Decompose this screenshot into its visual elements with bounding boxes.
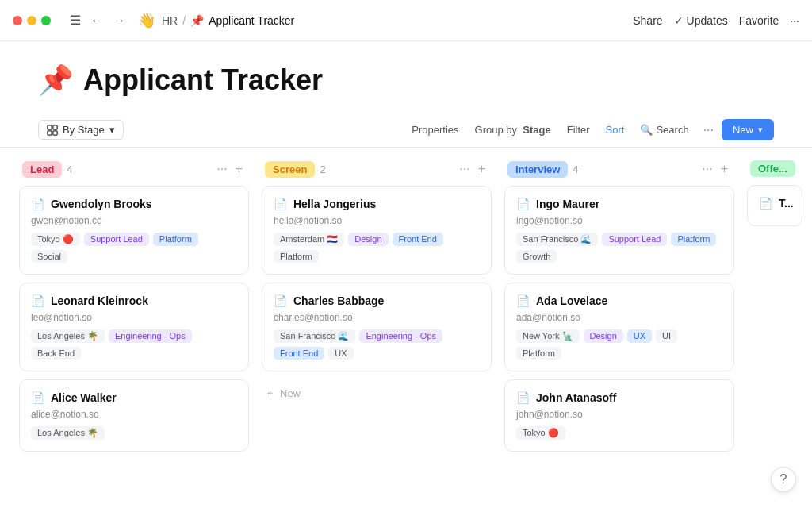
new-chevron-icon: ▾ [758, 125, 763, 135]
traffic-light-green[interactable] [41, 16, 51, 25]
breadcrumb-tracker[interactable]: Applicant Tracker [209, 14, 294, 27]
new-button[interactable]: New ▾ [722, 119, 774, 140]
card-offer-partial[interactable]: 📄 T... [747, 185, 802, 226]
doc-icon: 📄 [516, 391, 530, 404]
column-lead: Lead 4 ··· + 📄 Gwendolyn Brooks gwen@not… [19, 160, 249, 508]
tag: UX [627, 329, 652, 343]
sort-button[interactable]: Sort [599, 121, 631, 139]
card-name: Ingo Maurer [536, 198, 599, 210]
card-email: ingo@notion.so [516, 215, 722, 226]
column-interview: Interview 4 ··· + 📄 Ingo Maurer ingo@not… [504, 160, 734, 508]
card-john[interactable]: 📄 John Atanasoff john@notion.so Tokyo 🔴 [504, 379, 734, 452]
card-tags: San Francisco 🌊 Support Lead Platform Gr… [516, 233, 722, 263]
card-email: alice@notion.so [31, 409, 237, 420]
tag: Design [584, 329, 623, 343]
tag: Tokyo 🔴 [31, 233, 80, 246]
card-name: Alice Walker [51, 391, 117, 404]
doc-icon: 📄 [31, 391, 44, 404]
card-email: charles@notion.so [274, 312, 480, 323]
column-header-offer: Offe... [747, 160, 802, 177]
group-by-button[interactable]: Group by Stage [469, 121, 557, 139]
card-name: Hella Jongerius [293, 198, 376, 210]
chevron-down-icon: ▾ [109, 124, 115, 136]
nav-forward-button[interactable]: → [109, 11, 128, 29]
tag: UI [656, 329, 677, 343]
properties-button[interactable]: Properties [405, 121, 465, 139]
tag: Engineering - Ops [109, 329, 192, 343]
card-title-row: 📄 Hella Jongerius [274, 198, 480, 210]
tag: Platform [516, 347, 561, 360]
page-title-row: 📌 Applicant Tracker [38, 64, 774, 97]
page-title: Applicant Tracker [83, 64, 323, 97]
new-card-button-screen[interactable]: ＋ New [262, 379, 304, 406]
plus-icon: ＋ [265, 386, 275, 400]
filter-button[interactable]: Filter [561, 121, 596, 139]
card-tags: Tokyo 🔴 Support Lead Platform Social [31, 233, 237, 263]
breadcrumb-separator: / [182, 14, 186, 27]
card-title-row: 📄 Leonard Kleinrock [31, 294, 237, 307]
updates-button[interactable]: ✓ Updates [674, 14, 728, 27]
more-toolbar-button[interactable]: ··· [699, 120, 718, 140]
card-charles[interactable]: 📄 Charles Babbage charles@notion.so San … [262, 283, 492, 371]
card-ada[interactable]: 📄 Ada Lovelace ada@notion.so New York 🗽 … [504, 283, 734, 371]
nav-back-button[interactable]: ← [87, 11, 106, 29]
card-title-row: 📄 Ingo Maurer [516, 198, 722, 210]
help-button[interactable]: ? [771, 467, 796, 492]
search-icon: 🔍 [640, 124, 653, 136]
card-hella[interactable]: 📄 Hella Jongerius hella@notion.so Amster… [262, 186, 492, 275]
svg-rect-3 [53, 130, 57, 134]
column-header-lead: Lead 4 ··· + [19, 160, 249, 178]
tag: Back End [31, 347, 81, 360]
breadcrumb-hr[interactable]: HR [162, 14, 178, 27]
view-selector[interactable]: By Stage ▾ [38, 120, 124, 140]
kanban-board: Lead 4 ··· + 📄 Gwendolyn Brooks gwen@not… [0, 148, 812, 508]
tag: Social [31, 250, 67, 263]
column-offer: Offe... 📄 T... [747, 160, 802, 508]
search-button[interactable]: 🔍 Search [634, 121, 695, 139]
titlebar-right: Share ✓ Updates Favorite ··· [633, 14, 799, 27]
tag: Support Lead [84, 233, 149, 246]
column-more-lead[interactable]: ··· [213, 160, 230, 178]
svg-rect-2 [48, 130, 52, 134]
tag: Amsterdam 🇳🇱 [274, 233, 344, 246]
card-title-row: 📄 Alice Walker [31, 391, 237, 404]
tag: Platform [153, 233, 198, 246]
tag: Tokyo 🔴 [516, 426, 565, 440]
more-options-button[interactable]: ··· [790, 14, 799, 27]
column-header-interview: Interview 4 ··· + [504, 160, 734, 178]
tag: Platform [274, 250, 319, 263]
card-name: T... [779, 197, 794, 210]
traffic-light-red[interactable] [13, 16, 22, 25]
column-add-lead[interactable]: + [232, 160, 246, 178]
doc-icon: 📄 [274, 294, 287, 307]
stage-badge-lead: Lead [22, 161, 62, 178]
card-alice[interactable]: 📄 Alice Walker alice@notion.so Los Angel… [19, 379, 249, 452]
tag: Engineering - Ops [359, 329, 442, 343]
tag: Design [348, 233, 388, 246]
tag: New York 🗽 [516, 329, 580, 343]
stage-badge-offer: Offe... [750, 160, 795, 177]
doc-icon: 📄 [516, 198, 530, 210]
card-ingo[interactable]: 📄 Ingo Maurer ingo@notion.so San Francis… [504, 186, 734, 275]
card-name: Charles Babbage [293, 294, 384, 307]
column-more-screen[interactable]: ··· [456, 160, 473, 178]
tag: Support Lead [602, 233, 667, 246]
traffic-light-yellow[interactable] [27, 16, 36, 25]
breadcrumb: HR / 📌 Applicant Tracker [162, 14, 294, 27]
tag: Front End [274, 347, 324, 360]
card-leonard[interactable]: 📄 Leonard Kleinrock leo@notion.so Los An… [19, 283, 249, 371]
card-gwendolyn[interactable]: 📄 Gwendolyn Brooks gwen@notion.co Tokyo … [19, 186, 249, 275]
column-actions-screen: ··· + [456, 160, 488, 178]
card-email: leo@notion.so [31, 312, 237, 323]
toolbar: By Stage ▾ Properties Group by Stage Fil… [0, 113, 812, 148]
share-button[interactable]: Share [633, 14, 662, 27]
stage-badge-screen: Screen [265, 161, 315, 178]
column-add-interview[interactable]: + [718, 160, 731, 178]
card-email: ada@notion.so [516, 312, 722, 323]
nav-menu-button[interactable]: ☰ [67, 11, 84, 29]
card-tags: Los Angeles 🌴 [31, 426, 237, 440]
column-more-interview[interactable]: ··· [699, 160, 715, 178]
column-add-screen[interactable]: + [475, 160, 488, 178]
card-title-row: 📄 Charles Babbage [274, 294, 480, 307]
favorite-button[interactable]: Favorite [739, 14, 779, 27]
